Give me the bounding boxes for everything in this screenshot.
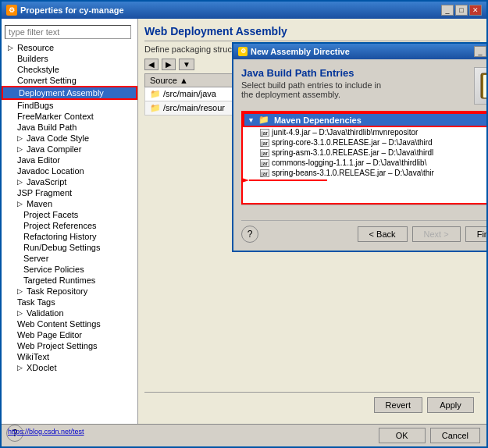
expand-icon: ▷ — [17, 200, 25, 208]
sidebar-item-refactoring[interactable]: Refactoring History — [2, 231, 137, 242]
sidebar-item-label: Service Policies — [23, 265, 84, 274]
sidebar-item-validation[interactable]: ▷ Validation — [2, 308, 137, 318]
sidebar-item-service-policies[interactable]: Service Policies — [2, 264, 137, 275]
horizontal-scrollbar[interactable] — [241, 204, 486, 214]
tree-entry-commons-logging[interactable]: jar commons-logging-1.1.1.jar – D:\Java\… — [243, 158, 486, 168]
app-icon: ⚙ — [6, 5, 17, 16]
sidebar-item-project-refs[interactable]: Project References — [2, 220, 137, 231]
folder-icon: 📁 — [150, 89, 161, 98]
sidebar-item-label: Task Repository — [27, 286, 87, 296]
sidebar-item-targeted-runtimes[interactable]: Targeted Runtimes — [2, 275, 137, 286]
cancel-button[interactable]: Cancel — [430, 428, 480, 443]
dialog-icon: ⚙ — [238, 47, 248, 56]
maximize-button[interactable]: □ — [455, 5, 468, 16]
minimize-button[interactable]: _ — [441, 5, 454, 16]
sidebar-item-label: Web Project Settings — [17, 341, 98, 350]
sidebar-item-label: Project Facets — [23, 210, 78, 219]
title-bar-left: ⚙ Properties for cy-manage — [6, 5, 124, 16]
sidebar-item-web-project[interactable]: Web Project Settings — [2, 340, 137, 351]
jar-icon: jar — [260, 139, 269, 147]
ok-button[interactable]: OK — [379, 428, 426, 443]
sidebar-item-deployment-assembly[interactable]: Deployment Assembly — [2, 86, 137, 100]
sidebar-item-java-code-style[interactable]: ▷ Java Code Style — [2, 133, 137, 144]
sidebar-item-web-page-editor[interactable]: Web Page Editor — [2, 329, 137, 340]
dialog-tree[interactable]: ▼ 📁 Maven Dependencies jar junit-4.9.jar… — [241, 111, 486, 204]
sidebar-item-resource[interactable]: ▷ Resource — [2, 42, 137, 53]
maven-folder-icon: 📁 — [258, 115, 269, 125]
main-window: ⚙ Properties for cy-manage _ □ ✕ ▷ Resou… — [0, 0, 488, 448]
finish-button[interactable]: Finish — [465, 226, 486, 242]
close-button[interactable]: ✕ — [469, 5, 482, 16]
new-assembly-directive-dialog: ⚙ New Assembly Directive _ □ ✕ Java Buil… — [232, 42, 486, 252]
nav-forward-button[interactable]: ▶ — [162, 59, 176, 70]
sidebar-item-label: Web Page Editor — [17, 330, 82, 340]
sidebar-item-label: Project References — [23, 221, 97, 230]
sidebar-item-builders[interactable]: Builders — [2, 53, 137, 64]
copyright-link[interactable]: https://blog.csdn.net/test — [8, 428, 84, 443]
sidebar-item-label: Targeted Runtimes — [23, 276, 95, 285]
book-icon — [477, 70, 486, 101]
sidebar-item-jsp-fragment[interactable]: JSP Fragment — [2, 187, 137, 198]
sidebar-item-freemarket[interactable]: FreeMarker Context — [2, 111, 137, 122]
jar-icon: jar — [260, 149, 269, 157]
dialog-title-bar: ⚙ New Assembly Directive _ □ ✕ — [233, 44, 486, 59]
expand-icon: ▷ — [17, 364, 25, 372]
apply-button[interactable]: Apply — [427, 397, 474, 413]
sidebar-item-javadoc[interactable]: Javadoc Location — [2, 165, 137, 176]
sidebar: ▷ Resource Builders Checkstyle Convert S… — [2, 19, 138, 424]
sidebar-item-findbugs[interactable]: FindBugs — [2, 100, 137, 111]
entry-label: commons-logging-1.1.1.jar – D:\Java\thir… — [272, 158, 426, 167]
dialog-header: Java Build Path Entries Select build pat… — [241, 67, 486, 105]
sidebar-item-label: Convert Setting — [17, 76, 77, 85]
nav-dropdown-button[interactable]: ▼ — [179, 59, 194, 70]
dialog-bottom-buttons: ? < Back Next > Finish — [241, 220, 486, 243]
expand-icon: ▷ — [17, 178, 25, 186]
maven-dependencies-item[interactable]: ▼ 📁 Maven Dependencies — [243, 112, 486, 127]
sidebar-item-server[interactable]: Server — [2, 253, 137, 264]
svg-rect-3 — [483, 75, 486, 98]
filter-input[interactable] — [5, 25, 131, 39]
sidebar-item-label: JSP Fragment — [17, 188, 72, 197]
sidebar-item-java-build-path[interactable]: Java Build Path — [2, 122, 137, 133]
sidebar-item-java-editor[interactable]: Java Editor — [2, 155, 137, 165]
entry-label: spring-core-3.1.0.RELEASE.jar – D:\Java\… — [272, 138, 433, 147]
sidebar-item-task-repo[interactable]: ▷ Task Repository — [2, 286, 137, 297]
sidebar-item-java-compiler[interactable]: ▷ Java Compiler — [2, 144, 137, 155]
revert-button[interactable]: Revert — [374, 397, 422, 413]
sidebar-item-project-facets[interactable]: Project Facets — [2, 209, 137, 220]
sidebar-item-label: Java Editor — [17, 155, 60, 165]
tree-entry-spring-asm[interactable]: jar spring-asm-3.1.0.RELEASE.jar – D:\Ja… — [243, 148, 486, 158]
sidebar-item-label: Java Code Style — [27, 133, 89, 143]
dialog-title-buttons: _ □ ✕ — [474, 46, 486, 57]
source-value: /src/main/resour — [163, 103, 225, 112]
tree-entry-spring-beans[interactable]: jar spring-beans-3.1.0.RELEASE.jar – D:\… — [243, 168, 486, 178]
sidebar-item-label: Run/Debug Settings — [23, 243, 100, 252]
tree-entry-spring-core[interactable]: jar spring-core-3.1.0.RELEASE.jar – D:\J… — [243, 137, 486, 148]
sidebar-item-wikitext[interactable]: WikiText — [2, 351, 137, 362]
window-title: Properties for cy-manage — [20, 5, 124, 15]
sidebar-item-web-content[interactable]: Web Content Settings — [2, 318, 137, 329]
help-button[interactable]: ? — [241, 226, 258, 243]
sidebar-item-run-debug[interactable]: Run/Debug Settings — [2, 242, 137, 253]
sidebar-item-checkstyle[interactable]: Checkstyle — [2, 64, 137, 75]
sidebar-item-task-tags[interactable]: Task Tags — [2, 297, 137, 308]
nav-back-button[interactable]: ◀ — [144, 59, 159, 70]
expand-icon: ▷ — [17, 309, 25, 317]
sidebar-item-label: Server — [23, 254, 48, 263]
sidebar-item-maven[interactable]: ▷ Maven — [2, 198, 137, 209]
sidebar-item-convert-setting[interactable]: Convert Setting — [2, 75, 137, 86]
title-buttons: _ □ ✕ — [441, 5, 482, 16]
tree-entry-junit[interactable]: jar junit-4.9.jar – D:\Java\thirdlib\mvn… — [243, 127, 486, 137]
dialog-header-desc: Select build path entries to include int… — [241, 80, 468, 99]
back-button[interactable]: < Back — [358, 226, 408, 242]
sidebar-item-xdoclet[interactable]: ▷ XDoclet — [2, 362, 137, 373]
sidebar-item-label: Javadoc Location — [17, 166, 84, 176]
dialog-content: Java Build Path Entries Select build pat… — [233, 59, 486, 251]
content-area: ▷ Resource Builders Checkstyle Convert S… — [2, 19, 486, 424]
dialog-minimize-button[interactable]: _ — [474, 46, 486, 57]
next-button[interactable]: Next > — [412, 226, 461, 242]
expand-icon: ▷ — [17, 287, 25, 295]
sidebar-item-javascript[interactable]: ▷ JavaScript — [2, 176, 137, 187]
jar-icon: jar — [260, 169, 269, 177]
sidebar-item-label: XDoclet — [27, 363, 57, 372]
